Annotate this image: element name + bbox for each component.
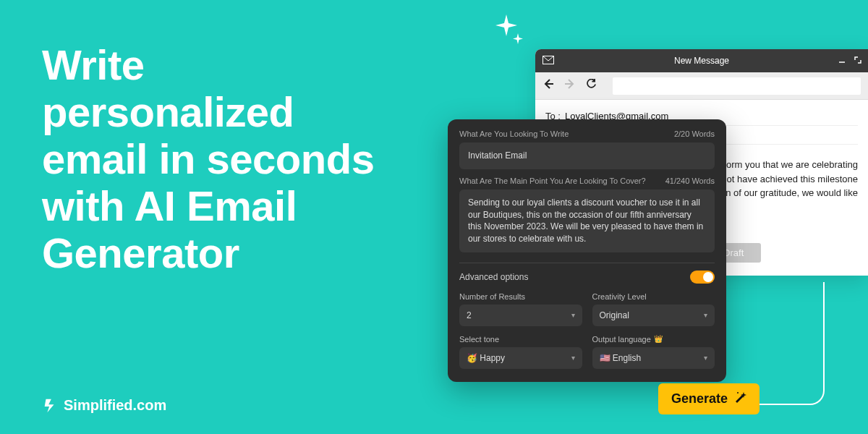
chevron-down-icon: ▾ (704, 311, 707, 319)
chevron-down-icon: ▾ (571, 311, 575, 319)
advanced-options-row: Advanced options (459, 263, 715, 284)
tone-label: Select tone (459, 335, 582, 344)
lang-label: Output language 👑 (592, 335, 715, 344)
ai-panel: What Are You Looking To Write 2/20 Words… (448, 119, 726, 382)
creativity-label: Creativity Level (592, 292, 715, 301)
advanced-toggle[interactable] (690, 271, 715, 284)
expand-icon[interactable] (854, 56, 862, 67)
advanced-options-label: Advanced options (459, 272, 528, 282)
num-results-label: Number of Results (459, 292, 582, 301)
email-title: New Message (535, 56, 868, 66)
ai-options-grid: Number of Results 2 ▾ Creativity Level O… (459, 292, 715, 369)
chevron-down-icon: ▾ (571, 354, 575, 362)
tone-field: Select tone 🥳 Happy ▾ (459, 335, 582, 369)
brand-icon (42, 398, 58, 414)
lang-select[interactable]: 🇺🇸 English ▾ (592, 347, 715, 369)
brand-text: Simplified.com (64, 397, 166, 414)
ai-field2-label: What Are The Main Point You Are Looking … (459, 176, 646, 185)
ai-field1-counter: 2/20 Words (674, 129, 715, 138)
lang-field: Output language 👑 🇺🇸 English ▾ (592, 335, 715, 369)
sparkle-icon (492, 12, 527, 49)
ai-field2-counter: 41/240 Words (665, 176, 715, 185)
tone-value: 🥳 Happy (467, 353, 505, 363)
headline: Write personalized email in seconds with… (42, 42, 389, 277)
email-titlebar: New Message (535, 49, 868, 72)
email-navbar (535, 72, 868, 100)
back-icon[interactable] (542, 78, 554, 93)
generate-button[interactable]: Generate (658, 383, 760, 414)
lang-value: 🇺🇸 English (600, 353, 642, 363)
brand-logo: Simplified.com (42, 397, 166, 414)
ai-field2-labelrow: What Are The Main Point You Are Looking … (459, 176, 715, 185)
ai-field1-label: What Are You Looking To Write (459, 129, 569, 138)
address-bar[interactable] (613, 77, 861, 95)
forward-icon[interactable] (564, 78, 576, 93)
crown-icon: 👑 (654, 335, 663, 343)
chevron-down-icon: ▾ (704, 354, 707, 362)
svg-point-2 (737, 392, 739, 393)
creativity-field: Creativity Level Original ▾ (592, 292, 715, 326)
tone-select[interactable]: 🥳 Happy ▾ (459, 347, 582, 369)
minimize-icon[interactable] (838, 56, 846, 67)
ai-field2-input[interactable]: Sending to our loyal clients a discount … (459, 190, 715, 252)
wand-icon (733, 391, 746, 407)
ai-field1-labelrow: What Are You Looking To Write 2/20 Words (459, 129, 715, 138)
reload-icon[interactable] (586, 79, 597, 93)
generate-label: Generate (671, 391, 728, 407)
ai-field1-input[interactable]: Invitation Email (459, 142, 715, 169)
creativity-value: Original (600, 310, 629, 320)
num-results-select[interactable]: 2 ▾ (459, 305, 582, 326)
creativity-select[interactable]: Original ▾ (592, 305, 715, 326)
num-results-value: 2 (467, 310, 472, 320)
num-results-field: Number of Results 2 ▾ (459, 292, 582, 326)
